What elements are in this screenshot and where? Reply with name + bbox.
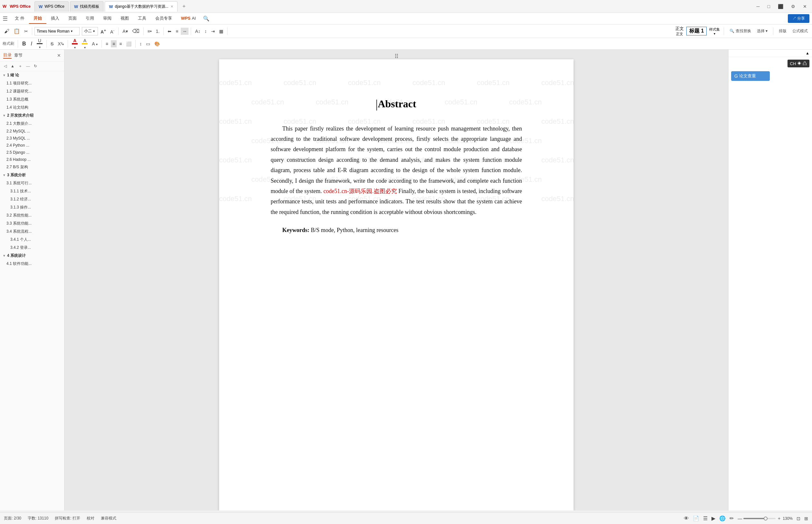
toc-item-3-4-1[interactable]: 3.4.1 个人... (0, 235, 64, 244)
sidebar-tab-toc[interactable]: 目录 (3, 52, 12, 59)
close-button[interactable]: ✕ (800, 3, 809, 10)
para-align-center-button[interactable]: ≡ (111, 40, 117, 47)
toc-item-4[interactable]: ▼ 4 系统设计 (0, 252, 64, 260)
tab-wps-office[interactable]: W WPS Office (34, 1, 69, 12)
ime-indicator[interactable]: CH ◈ 凸 (788, 60, 809, 67)
font-size-selector[interactable]: 小二 ▾ (82, 27, 98, 35)
tab-references[interactable]: 引用 (81, 14, 99, 24)
cut-button[interactable]: ✂ (22, 28, 30, 35)
play-icon[interactable]: ▶ (711, 515, 715, 521)
tab-wps-ai[interactable]: WPS AI (177, 14, 200, 23)
align-right-button[interactable]: ↔ (181, 28, 188, 35)
ai-check-button[interactable]: G 论文查重 (731, 71, 770, 81)
unordered-list-button[interactable]: ≡• (146, 28, 153, 35)
strikethrough-button[interactable]: S (49, 40, 55, 47)
toc-item-2-1[interactable]: 2.1 大数据介... (0, 119, 64, 128)
list-view-icon[interactable]: ☰ (703, 515, 708, 521)
format-brush-button[interactable]: 🖌 (3, 28, 11, 35)
toc-item-3-1-1[interactable]: 3.1.1 技术... (0, 187, 64, 195)
spell-check-status[interactable]: 拼写检查: 打开 (55, 515, 80, 521)
search-icon[interactable]: 🔍 (203, 15, 210, 21)
sidebar-tab-chapter[interactable]: 章节 (14, 52, 22, 58)
text-direction-button[interactable]: A↕ (193, 28, 202, 35)
font-color-button[interactable]: A ▾ (70, 37, 79, 51)
toc-add-button[interactable]: ＋ (17, 63, 23, 70)
normal-style-btn[interactable]: 正文 正文 (675, 26, 684, 36)
zoom-control[interactable]: — ＋ 130% (738, 515, 793, 521)
tab-close-icon[interactable]: ✕ (170, 4, 173, 9)
tab-view[interactable]: 视图 (116, 14, 133, 24)
ordered-list-button[interactable]: 1. (154, 28, 162, 35)
bold-button[interactable]: B (20, 40, 28, 48)
indent-button[interactable]: ⇥ (210, 28, 217, 35)
toc-item-3-1-3[interactable]: 3.1.3 操作... (0, 203, 64, 211)
toc-item-2-3[interactable]: 2.3 MySQL ... (0, 135, 64, 142)
toc-item-2-7[interactable]: 2.7 B/S 架构 (0, 163, 64, 171)
maximize-restore-button[interactable]: □ (765, 3, 773, 10)
para-justify-button[interactable]: ⬜ (125, 40, 133, 47)
zoom-slider[interactable] (743, 518, 776, 519)
border-button[interactable]: ▭ (144, 40, 152, 47)
tab-tools[interactable]: 工具 (133, 14, 151, 24)
layout-button[interactable]: 排版 (777, 28, 788, 35)
share-button[interactable]: ↗ 分享 (788, 14, 809, 23)
toc-item-2-5[interactable]: 2.5 Django ... (0, 149, 64, 156)
italic-button[interactable]: I (29, 40, 34, 48)
find-replace-button[interactable]: 🔍 查找替换 (728, 28, 752, 35)
column-button[interactable]: ▦ (217, 28, 225, 35)
tab-home[interactable]: 开始 (29, 14, 46, 24)
tab-page[interactable]: 页面 (64, 14, 81, 24)
settings-button[interactable]: ⚙ (789, 3, 798, 10)
document-area[interactable]: ⠿ code51.cn code51.cn code51.cn code51.c… (64, 50, 728, 510)
title1-style-btn[interactable]: 标题 1 (686, 27, 707, 35)
globe-icon[interactable]: 🌐 (719, 515, 726, 521)
highlight-button[interactable]: A ▾ (80, 37, 89, 51)
minimize-button[interactable]: ─ (754, 3, 762, 10)
underline-button[interactable]: U ▾ (35, 37, 44, 50)
para-align-left-button[interactable]: ≡ (104, 40, 110, 47)
toc-item-1-4[interactable]: 1.4 论文结构 (0, 103, 64, 112)
toc-item-2-6[interactable]: 2.6 Hadoop ... (0, 156, 64, 163)
font-size-increase-button[interactable]: A+ (99, 27, 107, 35)
tab-review[interactable]: 审阅 (99, 14, 116, 24)
formula-button[interactable]: 公式模式 (791, 28, 809, 35)
scroll-up-button[interactable]: ▲ (806, 51, 809, 55)
toc-item-1-1[interactable]: 1.1 项目研究... (0, 79, 64, 87)
toc-item-3-4[interactable]: 3.4 系统流程... (0, 228, 64, 235)
toc-item-4-1[interactable]: 4.1 软件功能... (0, 260, 64, 268)
zoom-out-button[interactable]: — (738, 516, 742, 521)
proofread-status[interactable]: 校对 (87, 515, 95, 521)
text-effects-button[interactable]: A▾ (121, 28, 129, 35)
toc-item-2-4[interactable]: 2.4 Python ... (0, 142, 64, 149)
toc-item-3-4-2[interactable]: 3.4.2 登录... (0, 244, 64, 252)
toc-expand-button[interactable]: ◁ (3, 63, 8, 69)
edit-icon[interactable]: ✏ (730, 515, 734, 521)
align-center-button[interactable]: ≡ (174, 28, 180, 35)
toc-item-2[interactable]: ▼ 2 开发技术介绍 (0, 112, 64, 119)
para-spacing-button[interactable]: ↕ (138, 40, 144, 47)
toc-refresh-button[interactable]: ↻ (33, 63, 38, 69)
toc-item-3-3[interactable]: 3.3 系统功能... (0, 219, 64, 228)
font-size-decrease-button[interactable]: A- (109, 27, 116, 35)
tab-file[interactable]: 文 件 (10, 14, 29, 24)
view-mode-icon[interactable]: 📄 (693, 515, 699, 521)
font-family-selector[interactable]: Times New Roman ▾ (34, 27, 80, 35)
toc-item-3-1[interactable]: 3.1 系统可行... (0, 179, 64, 187)
paste-button[interactable]: 📋 (12, 27, 21, 35)
line-spacing-button[interactable]: ↕ (203, 28, 209, 35)
tab-document[interactable]: W django基于大数据的学习资源... ✕ (105, 1, 177, 12)
toc-collapse-button[interactable]: — (25, 63, 31, 69)
select-button[interactable]: 选择 ▾ (755, 28, 769, 35)
fit-width-button[interactable]: ⊡ (797, 516, 800, 521)
para-align-right-button[interactable]: ≡ (118, 40, 123, 47)
tab-insert[interactable]: 插入 (46, 14, 64, 24)
toc-item-3-2[interactable]: 3.2 系统性能... (0, 211, 64, 219)
tab-member[interactable]: 会员专享 (151, 14, 177, 24)
clear-format-button[interactable]: ⌫ (131, 27, 141, 35)
shading-button[interactable]: 🎨 (153, 40, 162, 47)
eye-icon[interactable]: 👁 (684, 515, 689, 521)
zoom-in-button[interactable]: ＋ (777, 515, 781, 521)
toc-item-1[interactable]: ▼ 1 绪 论 (0, 71, 64, 79)
toc-prev-button[interactable]: ▲ (9, 63, 16, 69)
align-left-button[interactable]: ⬅ (166, 28, 173, 35)
